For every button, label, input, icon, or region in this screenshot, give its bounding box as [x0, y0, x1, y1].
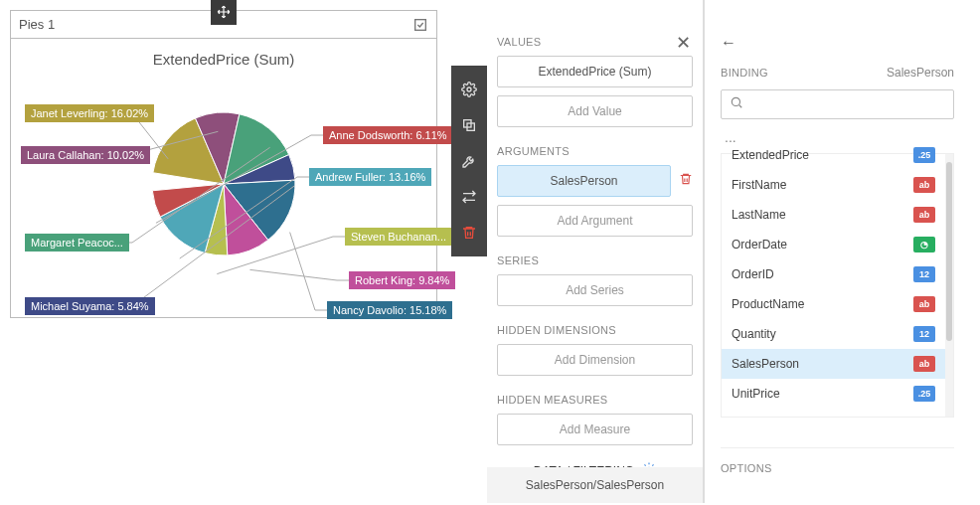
field-name: SalesPerson	[732, 357, 799, 371]
svg-rect-0	[415, 19, 426, 30]
field-item[interactable]: OrderID12	[722, 259, 945, 289]
wrench-icon[interactable]	[451, 143, 487, 179]
options-header: OPTIONS	[721, 447, 954, 474]
field-name: OrderID	[732, 267, 774, 281]
field-item[interactable]: ExtendedPrice.25	[722, 140, 945, 170]
widget-title: Pies 1	[19, 17, 412, 32]
data-label: Robert King: 9.84%	[349, 271, 455, 289]
side-toolbar	[451, 66, 487, 256]
type-tag: 12	[913, 266, 935, 282]
search-input-row	[721, 89, 954, 119]
type-tag: 12	[913, 326, 935, 342]
widget-header: Pies 1	[11, 11, 436, 39]
binding-panel: ← BINDING SalesPerson ... ExtendedPrice.…	[704, 0, 970, 503]
field-name: UnitPrice	[732, 387, 780, 401]
hidden-dimensions-header: HIDDEN DIMENSIONS	[497, 324, 693, 336]
field-name: Quantity	[732, 327, 776, 341]
add-argument-button[interactable]: Add Argument	[497, 205, 693, 237]
data-label: Nancy Davolio: 15.18%	[327, 301, 452, 319]
data-label: Margaret Peacoc...	[25, 234, 129, 252]
data-label: Anne Dodsworth: 6.11%	[323, 126, 453, 144]
field-item[interactable]: UnitPrice.25	[722, 379, 945, 409]
values-header: VALUES	[497, 36, 693, 48]
scrollbar[interactable]	[945, 154, 953, 417]
back-icon[interactable]: ←	[721, 34, 736, 52]
arguments-header: ARGUMENTS	[497, 145, 693, 157]
field-name: FirstName	[732, 178, 786, 192]
remove-argument-icon[interactable]	[679, 172, 693, 190]
close-icon[interactable]: ✕	[676, 32, 691, 54]
search-input[interactable]	[751, 97, 945, 111]
search-icon	[730, 95, 743, 113]
pie-chart-widget: Pies 1 ExtendedPrice (Sum) Janet Leverli…	[10, 10, 437, 318]
type-tag: ab	[913, 296, 935, 312]
field-item[interactable]: ProductNameab	[722, 289, 945, 319]
convert-icon[interactable]	[451, 179, 487, 215]
field-item[interactable]: FirstNameab	[722, 170, 945, 200]
data-label: Laura Callahan: 10.02%	[21, 146, 150, 164]
field-item[interactable]: LastNameab	[722, 200, 945, 230]
data-label: Steven Buchanan...	[345, 228, 452, 246]
scrollbar-thumb[interactable]	[946, 162, 952, 341]
field-item[interactable]: OrderDate◔	[722, 230, 945, 259]
binding-value: SalesPerson	[887, 66, 954, 80]
type-tag: .25	[913, 147, 935, 163]
hidden-measures-header: HIDDEN MEASURES	[497, 394, 693, 406]
series-header: SERIES	[497, 254, 693, 266]
field-name: ProductName	[732, 297, 804, 311]
type-tag: ab	[913, 356, 935, 372]
export-icon[interactable]	[412, 17, 428, 33]
data-label: Andrew Fuller: 13.16%	[309, 168, 431, 186]
add-dimension-button[interactable]: Add Dimension	[497, 344, 693, 376]
field-item[interactable]: Quantity12	[722, 319, 945, 349]
svg-point-1	[467, 87, 471, 91]
type-tag: .25	[913, 386, 935, 402]
binding-title: BINDING	[721, 67, 768, 79]
config-panel: ✕ VALUES ExtendedPrice (Sum) Add Value A…	[487, 0, 704, 503]
add-measure-button[interactable]: Add Measure	[497, 414, 693, 445]
field-name: LastName	[732, 208, 786, 222]
data-label: Michael Suyama: 5.84%	[25, 297, 155, 315]
add-value-button[interactable]: Add Value	[497, 95, 693, 127]
gear-icon[interactable]	[451, 72, 487, 107]
fields-list: ExtendedPrice.25FirstNameabLastNameabOrd…	[721, 153, 954, 418]
type-tag: ◔	[913, 237, 935, 252]
chart-area: ExtendedPrice (Sum) Janet Leverling: 16.…	[11, 39, 436, 317]
duplicate-icon[interactable]	[451, 107, 487, 143]
panel-breadcrumb: SalesPerson/SalesPerson	[487, 467, 703, 503]
field-name: OrderDate	[732, 238, 787, 252]
data-label: Janet Leverling: 16.02%	[25, 104, 154, 122]
values-field[interactable]: ExtendedPrice (Sum)	[497, 56, 693, 87]
type-tag: ab	[913, 177, 935, 193]
type-tag: ab	[913, 207, 935, 223]
field-name: ExtendedPrice	[732, 148, 809, 162]
field-item[interactable]: SalesPersonab	[722, 349, 945, 379]
svg-point-5	[732, 97, 739, 105]
add-series-button[interactable]: Add Series	[497, 274, 693, 306]
arguments-field[interactable]: SalesPerson	[497, 165, 671, 197]
delete-icon[interactable]	[451, 215, 487, 251]
